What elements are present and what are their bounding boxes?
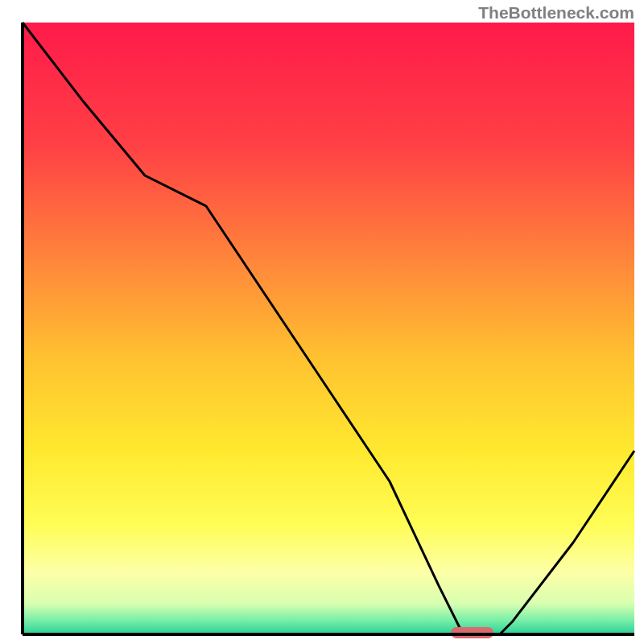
gradient-background (23, 23, 634, 634)
bottleneck-chart (0, 0, 644, 644)
watermark-text: TheBottleneck.com (478, 3, 634, 23)
chart-container: TheBottleneck.com (0, 0, 644, 644)
